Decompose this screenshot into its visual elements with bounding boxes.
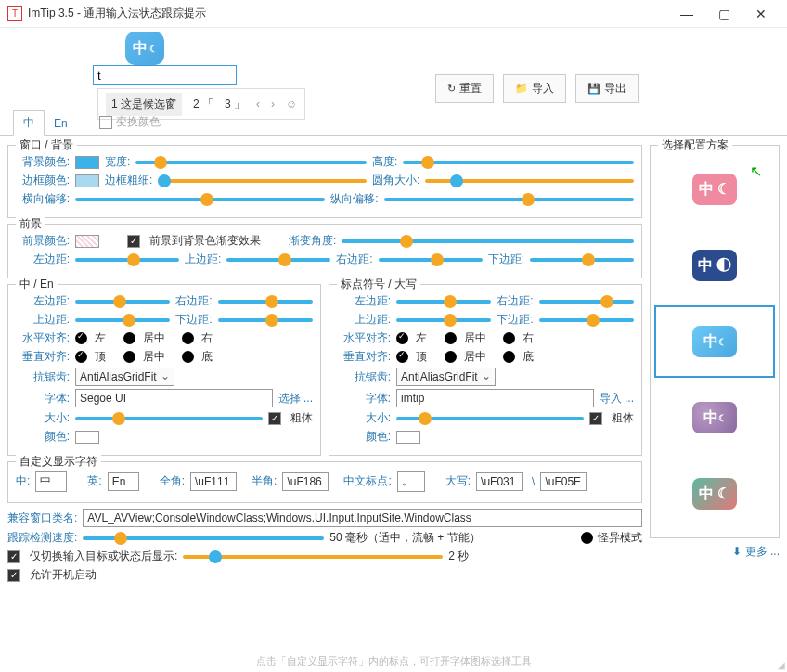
zh-font-input[interactable]: Segoe UI <box>75 389 273 407</box>
candidate-emoji[interactable]: ☺ <box>286 97 297 110</box>
autostart-checkbox[interactable] <box>7 569 20 582</box>
fg-bottom-slider[interactable] <box>530 253 634 266</box>
zh-bold-checkbox[interactable] <box>268 412 281 425</box>
group-punct: 标点符号 / 大写 左边距:右边距: 上边距:下边距: 水平对齐:左 居中 右 … <box>329 284 642 456</box>
char-zh[interactable]: 中 <box>35 471 67 492</box>
switch-only-checkbox[interactable] <box>7 550 20 563</box>
radius-slider[interactable] <box>425 174 634 187</box>
width-slider[interactable] <box>135 156 367 169</box>
p-halign-left[interactable] <box>396 332 408 344</box>
bottom-hint: 点击「自定义显示字符」内的标点，可打开字体图标选择工具 <box>0 654 787 668</box>
zh-right-slider[interactable] <box>218 295 313 308</box>
app-icon: T <box>7 6 22 21</box>
preview-badge: 中☾ <box>125 32 164 65</box>
p-size-slider[interactable] <box>396 412 584 425</box>
p-valign-top[interactable] <box>396 351 408 363</box>
swap-color-checkbox[interactable] <box>99 116 112 129</box>
group-foreground: 前景 前景颜色: 前景到背景色渐变效果 渐变角度: 左边距: 上边距: 右边距:… <box>7 224 642 278</box>
char-zhpunct[interactable]: 。 <box>397 471 425 492</box>
halign-right[interactable] <box>182 332 194 344</box>
swap-color-label: 变换颜色 <box>116 114 161 130</box>
valign-top[interactable] <box>75 351 87 363</box>
resize-grip[interactable]: ◢ <box>778 660 785 670</box>
char-en[interactable]: En <box>108 472 139 491</box>
fg-left-slider[interactable] <box>75 253 179 266</box>
candidate-prev[interactable]: ‹ <box>256 97 260 110</box>
zh-bottom-slider[interactable] <box>218 314 313 327</box>
close-button[interactable]: ✕ <box>742 1 780 27</box>
fgcolor-swatch[interactable] <box>75 235 99 248</box>
group-schemes: 选择配置方案 中 ☾ 中 ◐ 中☾↖ 中☾ 中 ☾ <box>650 145 780 538</box>
reset-button[interactable]: ↻重置 <box>435 74 494 103</box>
scheme-5[interactable]: 中 ☾ <box>654 458 775 530</box>
bordercolor-swatch[interactable] <box>75 174 99 187</box>
switch-duration-slider[interactable] <box>183 550 443 563</box>
p-left-slider[interactable] <box>396 295 491 308</box>
borderw-slider[interactable] <box>158 174 367 187</box>
height-slider[interactable] <box>403 156 634 169</box>
window-title: ImTip 3.5 - 通用输入法状态跟踪提示 <box>28 6 668 21</box>
zh-font-choose[interactable]: 选择 ... <box>278 391 313 407</box>
group-custom-chars: 自定义显示字符 中:中 英:En 全角:\uF111 半角:\uF186 中文标… <box>7 461 642 503</box>
valign-bottom[interactable] <box>182 351 194 363</box>
speed-slider[interactable] <box>83 532 324 545</box>
bgcolor-swatch[interactable] <box>75 156 99 169</box>
p-font-input[interactable]: imtip <box>396 389 594 407</box>
p-valign-bottom[interactable] <box>503 351 515 363</box>
tab-zh[interactable]: 中 <box>13 110 45 136</box>
char-full[interactable]: \uF111 <box>190 472 237 491</box>
offx-slider[interactable] <box>75 193 325 206</box>
preview-input[interactable] <box>93 65 237 85</box>
p-aa-select[interactable]: AntiAliasGridFit <box>396 368 496 386</box>
save-icon: 💾 <box>587 83 600 95</box>
p-halign-center[interactable] <box>445 332 457 344</box>
char-caps[interactable]: \uF031 <box>476 472 523 491</box>
p-top-slider[interactable] <box>396 314 491 327</box>
fg-right-slider[interactable] <box>379 253 483 266</box>
char-caps2[interactable]: \uF05E <box>540 472 587 491</box>
offy-slider[interactable] <box>384 193 634 206</box>
folder-icon: 📁 <box>515 83 528 95</box>
p-right-slider[interactable] <box>539 295 634 308</box>
zh-color-swatch[interactable] <box>75 431 99 444</box>
p-halign-right[interactable] <box>503 332 515 344</box>
scheme-4[interactable]: 中☾ <box>654 381 775 454</box>
zh-aa-select[interactable]: AntiAliasGridFit <box>75 368 174 386</box>
group-zh-en: 中 / En 左边距:右边距: 上边距:下边距: 水平对齐:左 居中 右 垂直对… <box>7 284 321 456</box>
fg-top-slider[interactable] <box>226 253 330 266</box>
halign-left[interactable] <box>75 332 87 344</box>
zh-top-slider[interactable] <box>75 314 170 327</box>
p-color-swatch[interactable] <box>396 431 420 444</box>
valign-center[interactable] <box>123 351 135 363</box>
scheme-1[interactable]: 中 ☾ <box>654 153 775 226</box>
p-bottom-slider[interactable] <box>539 314 634 327</box>
halign-center[interactable] <box>123 332 135 344</box>
candidate-next[interactable]: › <box>271 97 275 110</box>
scheme-2[interactable]: 中 ◐ <box>654 229 775 302</box>
import-button[interactable]: 📁导入 <box>503 74 566 103</box>
zh-size-slider[interactable] <box>75 412 263 425</box>
weird-mode-radio[interactable] <box>581 532 593 544</box>
reset-icon: ↻ <box>447 83 456 95</box>
scheme-3[interactable]: 中☾↖ <box>654 305 775 378</box>
tabs: 中 En 变换颜色 <box>0 110 787 136</box>
p-bold-checkbox[interactable] <box>589 412 602 425</box>
group-window: 窗口 / 背景 背景颜色: 宽度: 高度: 边框颜色: 边框粗细: 圆角大小: … <box>7 145 642 218</box>
char-half[interactable]: \uF186 <box>282 472 329 491</box>
compat-input[interactable]: AVL_AVView;ConsoleWindowClass;Windows.UI… <box>83 509 642 527</box>
more-link[interactable]: ⬇ 更多 ... <box>650 544 780 560</box>
maximize-button[interactable]: ▢ <box>705 1 742 27</box>
p-font-import[interactable]: 导入 ... <box>600 391 634 407</box>
gradangle-slider[interactable] <box>342 235 634 248</box>
minimize-button[interactable]: — <box>668 1 705 27</box>
p-valign-center[interactable] <box>445 351 457 363</box>
export-button[interactable]: 💾导出 <box>575 74 639 103</box>
gradient-checkbox[interactable] <box>127 235 140 248</box>
tab-en[interactable]: En <box>45 113 77 134</box>
zh-left-slider[interactable] <box>75 295 170 308</box>
